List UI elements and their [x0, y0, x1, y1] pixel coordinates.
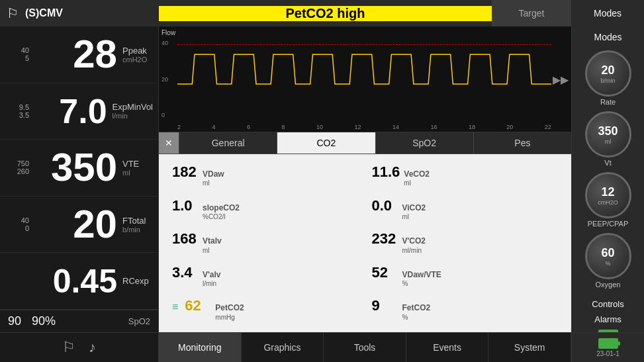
- data-value: 1.0: [172, 197, 199, 214]
- data-label: VeCO2ml: [404, 169, 430, 188]
- top-bar: ⚐ (S)CMV PetCO2 high Target Modes: [0, 0, 644, 26]
- tab-general[interactable]: General: [179, 132, 277, 154]
- nav-tab-tools[interactable]: Tools: [324, 333, 406, 362]
- knob-rate[interactable]: 20 b/min: [585, 50, 631, 97]
- data-label-name: V'alv: [203, 270, 221, 279]
- data-label: PetCO2mmHg: [215, 303, 244, 322]
- data-content: 182VDawml11.6VeCO2ml1.0slopeCO2%CO2/l0.0…: [159, 154, 571, 332]
- knob-vt[interactable]: 350 ml: [585, 111, 631, 158]
- vital-label-name: Ppeak: [122, 46, 147, 56]
- nav-icon-area: ⚐ ♪: [0, 333, 159, 362]
- vital-row: 0.45 RCexp: [0, 253, 158, 310]
- vital-label-name: ExpMinVol: [113, 102, 153, 112]
- knob-peep/cpap[interactable]: 12 cmH2O: [585, 172, 631, 218]
- knob-value: 12: [601, 185, 614, 199]
- vital-number: 7.0: [59, 94, 107, 128]
- vital-label-block: FTotal b/min: [120, 216, 153, 234]
- tab-close-button[interactable]: ✕: [159, 132, 179, 154]
- alert-text: PetCO2 high: [285, 6, 365, 21]
- modes-panel-header: Modes: [575, 32, 641, 45]
- data-label-unit: %CO2/l: [203, 213, 225, 220]
- data-item: 168Vtalvml: [172, 228, 359, 257]
- spo2-value2: 90%: [32, 314, 56, 328]
- data-label: V'CO2ml/min: [402, 236, 426, 255]
- vital-label-unit: ml: [122, 169, 130, 177]
- data-value: 232: [372, 230, 398, 248]
- waveform-area: Flow 40 20 0 ▶▶ 246810 121416182022: [159, 26, 571, 132]
- vital-upper: 750: [17, 159, 29, 167]
- vital-row: 750 260 350 VTE ml: [0, 140, 158, 197]
- data-item: 11.6VeCO2ml: [372, 161, 559, 191]
- nav-battery-icon: [598, 338, 618, 349]
- vital-limits: 9.5 3.5: [5, 103, 29, 119]
- data-value: 62: [185, 297, 211, 314]
- data-label-name: PetCO2: [215, 303, 244, 312]
- tab-co2[interactable]: CO2: [277, 132, 375, 154]
- knob-value: 60: [601, 246, 614, 260]
- vital-value-block: 350: [29, 148, 120, 187]
- nav-tab-graphics[interactable]: Graphics: [242, 333, 324, 362]
- vital-upper: 9.5: [19, 103, 29, 111]
- data-label-name: VDaw: [203, 169, 224, 179]
- spo2-label: SpO2: [128, 316, 150, 326]
- vital-value-block: 7.0: [29, 94, 110, 128]
- target-label: Target: [519, 8, 545, 19]
- waveform-title: Flow: [161, 29, 175, 36]
- battery-icon: [598, 330, 618, 332]
- data-label: FetCO2%: [402, 303, 431, 322]
- data-value: 182: [172, 163, 199, 181]
- data-value: 0.0: [372, 197, 398, 214]
- data-label-unit: ml: [203, 247, 210, 254]
- tab-pes[interactable]: Pes: [473, 132, 571, 154]
- data-value: 11.6: [372, 163, 400, 181]
- vital-lower: 260: [17, 167, 29, 175]
- knob-value: 20: [601, 64, 614, 77]
- data-item: 0.0ViCO2ml: [372, 195, 559, 224]
- data-item: 1.0slopeCO2%CO2/l: [172, 195, 359, 224]
- data-value: 9: [372, 297, 398, 314]
- data-item: 52VDaw/VTE%: [372, 261, 559, 291]
- vital-limits: 750 260: [5, 159, 29, 175]
- knob-label: Rate: [600, 98, 616, 106]
- data-item: 232V'CO2ml/min: [372, 228, 559, 257]
- bottom-nav: ⚐ ♪ MonitoringGraphicsToolsEventsSystem …: [0, 332, 644, 362]
- modes-area: Modes: [571, 0, 644, 26]
- data-label-unit: l/min: [203, 280, 216, 287]
- waveform-yaxis: 40 20 0: [161, 40, 168, 118]
- vital-limits: 40 5: [5, 46, 29, 62]
- nav-tab-events[interactable]: Events: [406, 333, 489, 362]
- nav-tab-monitoring[interactable]: Monitoring: [159, 333, 242, 362]
- tabs-panel: ✕ General CO2 SpO2 Pes: [159, 132, 571, 154]
- vital-value-block: 0.45: [29, 265, 120, 298]
- vital-label-name: VTE: [122, 159, 139, 169]
- data-item: 3.4V'alvl/min: [172, 261, 359, 291]
- skip-icon[interactable]: ▶▶: [553, 73, 569, 85]
- xaxis-labels: 246810 121416182022: [177, 124, 551, 130]
- knob-label: PEEP/CPAP: [588, 220, 629, 228]
- nav-tab-system[interactable]: System: [488, 333, 571, 362]
- knob-group: 60 % Oxygen: [585, 233, 631, 289]
- person-nav-icon[interactable]: ⚐: [62, 339, 75, 356]
- target-area[interactable]: Target: [492, 0, 571, 26]
- data-label-name: ViCO2: [402, 203, 426, 212]
- yaxis-40: 40: [161, 40, 168, 46]
- data-label-name: Vtalv: [203, 236, 222, 246]
- petco2-indicator: ≡: [172, 301, 178, 313]
- spo2-value1: 90: [8, 314, 21, 328]
- timestamp: 23-01-1: [596, 350, 619, 357]
- tab-spo2[interactable]: SpO2: [375, 132, 473, 154]
- data-value: 52: [372, 264, 398, 281]
- yaxis-0: 0: [161, 112, 168, 118]
- vital-label-name: RCexp: [122, 276, 149, 286]
- heartwave-nav-icon[interactable]: ♪: [89, 339, 96, 356]
- vital-number: 350: [51, 148, 117, 187]
- data-label-unit: mmHg: [215, 314, 234, 321]
- data-label: ViCO2ml: [402, 203, 426, 222]
- knob-oxygen[interactable]: 60 %: [585, 233, 631, 279]
- data-label-unit: ml/min: [402, 247, 422, 254]
- nav-tabs: MonitoringGraphicsToolsEventsSystem: [159, 333, 571, 362]
- data-label-name: VDaw/VTE: [402, 270, 441, 279]
- knob-label: Vt: [604, 159, 611, 167]
- vital-label-block: Ppeak cmH2O: [120, 46, 153, 64]
- vital-limits: 40 0: [5, 216, 29, 232]
